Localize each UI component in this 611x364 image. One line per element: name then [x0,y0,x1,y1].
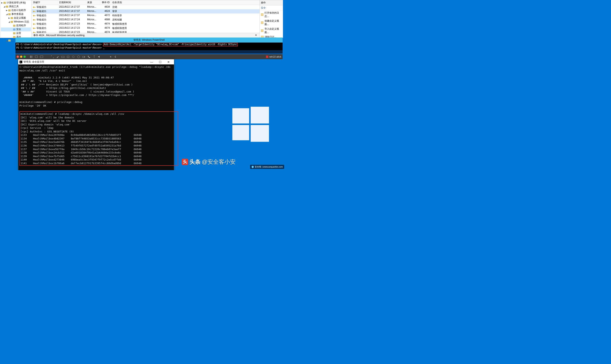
close-icon[interactable] [17,56,19,58]
event-viewer: ▶计算机管理 (本地)◢系统工具▶任务计划程序◢事件查看器▶自定义视图◢Wind… [0,0,283,38]
camera-icon[interactable] [82,55,86,58]
tools-icon[interactable] [56,55,59,58]
actions-header: 操作 [260,0,283,5]
cmd-icon: >_ [19,61,22,64]
tree-item[interactable]: ▶任务计划程序 [1,8,31,12]
windows-logo [231,106,270,144]
event-status-bar: 事件 4624 , Microsoft Windows security aud… [32,33,259,38]
event-row[interactable]: 审核成功2021/6/22 14:17:37Micros...4624登录 [32,9,259,13]
ps-prompt: PS C:\Users\Administrator\Desktop\PowerS… [16,43,102,46]
window-controls[interactable] [17,56,26,58]
tree-item[interactable]: 安全 [1,27,31,31]
svg-rect-1 [251,107,269,124]
network-icon[interactable] [77,55,80,58]
tree-panel[interactable]: ▶计算机管理 (本地)◢系统工具▶任务计划程序◢事件查看器▶自定义视图◢Wind… [0,0,32,38]
svg-rect-42 [30,56,31,58]
cmd-body[interactable]: C:\Users\win10\Desktop\mimikatz_trunk (1… [18,65,174,170]
create-view-icon [261,21,263,24]
tree-item[interactable]: ◢Windows 日志 [1,20,31,24]
svg-rect-3 [251,125,269,142]
snapshot-icon[interactable] [35,55,38,58]
close-detail-icon[interactable]: × [254,34,258,37]
fullscreen-icon[interactable] [51,55,54,58]
svg-rect-2 [232,125,249,140]
svg-rect-36 [261,14,263,16]
svg-rect-32 [35,28,36,29]
powershell-window: 管理员: Windows PowerShell PS C:\Users\Admi… [15,38,283,53]
svg-rect-37 [261,22,263,24]
svg-rect-26 [35,20,36,20]
shield-icon [251,166,254,168]
maximize-button[interactable]: ☐ [156,60,164,64]
event-row[interactable]: 审核成功2021/6/22 14:17:37Micros...4634注销 [32,5,259,9]
svg-rect-0 [232,108,249,123]
svg-rect-8 [11,17,13,19]
phone-icon[interactable] [87,55,91,58]
dcsync-highlight: mimikatz(commandline) # lsadump::dcsync … [19,111,178,166]
svg-rect-11 [13,28,15,30]
headline-brand: 头 头条 @安全客小安 [182,158,236,166]
cmd-titlebar[interactable]: >_ 管理员: 命令提示符 — ☐ ✕ [18,59,174,65]
minimize-icon[interactable] [20,56,22,58]
watermark: 安全客 | www.anquanke.com [250,165,284,169]
import-view-icon [261,29,263,32]
svg-rect-4 [3,2,6,4]
action-item[interactable]: 创建自定义视图... [260,19,283,27]
vm-file-icon [266,55,269,58]
actions-section: 安全 [260,5,283,11]
svg-text:>_: >_ [20,61,22,63]
event-table-header: 关键字 日期和时间 来源 事件 ID 任务类别 [32,0,259,5]
svg-rect-5 [6,6,8,8]
svg-point-49 [77,56,80,58]
tree-item[interactable]: ◢系统工具 [1,5,31,8]
action-item[interactable]: 打开保存的日志... [260,11,283,19]
settings-icon[interactable] [40,55,43,58]
vm-label: win10 attck [266,55,281,58]
zoom-icon[interactable] [24,56,26,58]
event-row[interactable]: 审核成功2021/6/22 14:17:23Micros...4674敏感权限使… [32,26,259,30]
printer-icon[interactable] [66,55,70,58]
toutiao-icon: 头 [182,159,188,165]
svg-rect-43 [31,56,32,58]
usb-icon[interactable] [92,55,96,58]
tree-item[interactable]: ◢事件查看器 [1,12,31,16]
ps-prompt: PS C:\Users\Administrator\Desktop\PowerS… [16,47,102,49]
event-row[interactable]: 审核成功2021/6/22 14:17:23Micros...4674敏感权限使… [32,30,259,33]
tree-item[interactable]: 应用程序 [1,24,31,27]
action-item[interactable]: 导入自定义视图... [260,27,283,35]
svg-rect-6 [8,9,11,12]
svg-point-48 [72,56,74,58]
svg-rect-12 [13,32,15,34]
svg-rect-10 [13,25,15,27]
share-icon[interactable] [109,55,112,58]
tree-item[interactable]: ▶自定义视图 [1,16,31,20]
event-row[interactable]: 审核成功2021/6/22 14:17:23Micros...4674敏感权限使… [32,22,259,26]
svg-rect-14 [8,39,11,41]
minimize-button[interactable]: — [148,60,156,64]
tree-item[interactable]: ▶计算机管理 (本地) [1,1,31,5]
open-log-icon [261,13,263,16]
cmd-window: >_ 管理员: 命令提示符 — ☐ ✕ C:\Users\win10\Deskt… [18,59,174,170]
back-icon[interactable] [114,55,117,58]
powershell-body[interactable]: PS C:\Users\Administrator\Desktop\PowerS… [15,42,283,50]
svg-rect-38 [261,30,263,32]
svg-rect-46 [61,56,64,58]
svg-rect-17 [35,7,36,8]
powershell-titlebar[interactable]: 管理员: Windows PowerShell [15,38,283,42]
event-table[interactable]: 关键字 日期和时间 来源 事件 ID 任务类别 审核成功2021/6/22 14… [32,0,259,33]
event-row[interactable]: 审核成功2021/6/22 14:17:37Micros...4672特殊登录 [32,13,259,18]
svg-rect-13 [13,36,15,38]
svg-rect-51 [266,56,268,58]
tree-item[interactable]: 设置 [1,31,31,35]
keyboard-icon[interactable] [61,55,65,58]
actions-panel: 操作 安全 打开保存的日志...创建自定义视图...导入自定义视图...清除日志… [260,0,283,38]
svg-rect-9 [11,21,13,23]
disk-icon[interactable] [71,55,75,58]
event-row[interactable]: 审核成功2021/6/22 14:17:24Micros...4688进程创建 [32,18,259,22]
svg-rect-45 [40,56,43,58]
svg-rect-23 [35,15,36,16]
close-button[interactable]: ✕ [164,60,173,64]
pause-icon[interactable] [29,55,33,58]
svg-rect-7 [8,13,11,15]
sound-icon[interactable] [98,55,101,58]
